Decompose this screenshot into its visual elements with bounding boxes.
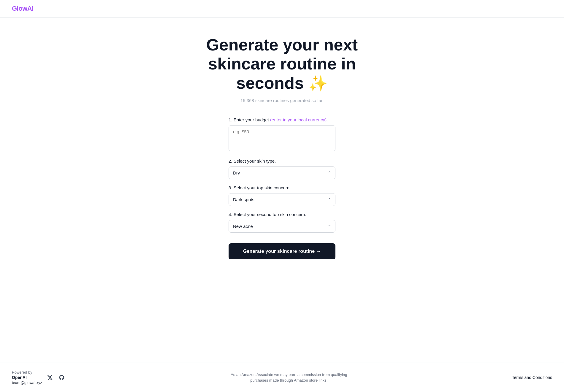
generate-button[interactable]: Generate your skincare routine → [229,243,335,259]
sparkle-emoji: ✨ [308,75,328,92]
skin-type-select[interactable]: Dry Oily Combination Normal Sensitive [229,166,335,179]
second-concern-wrapper: New acne Dark spots Wrinkles Redness Dry… [229,220,335,233]
budget-input[interactable] [229,125,335,151]
logo[interactable]: GlowAI [12,5,552,12]
email-label[interactable]: team@glowai.xyz [12,380,42,385]
budget-label: 1. Enter your budget (enter in your loca… [229,117,335,122]
second-concern-select[interactable]: New acne Dark spots Wrinkles Redness Dry… [229,220,335,233]
top-concern-wrapper: Dark spots Acne Wrinkles Redness Dryness… [229,193,335,206]
top-concern-select[interactable]: Dark spots Acne Wrinkles Redness Dryness… [229,193,335,206]
skin-type-wrapper: Dry Oily Combination Normal Sensitive ⌃ [229,166,335,179]
footer: Powered by OpenAI team@glowai.xyz As an … [0,363,564,392]
affiliate-disclaimer: As an Amazon Associate we may earn a com… [229,372,348,383]
openai-label: OpenAI [12,375,27,380]
top-concern-label: 3. Select your top skin concern. [229,185,335,190]
skin-type-label: 2. Select your skin type. [229,158,335,164]
github-icon[interactable] [58,373,66,382]
main-content: Generate your next skincare routine in s… [0,18,564,363]
second-concern-label: 4. Select your second top skin concern. [229,212,335,217]
budget-section: 1. Enter your budget (enter in your loca… [229,117,335,153]
powered-by-label: Powered by [12,370,32,374]
header: GlowAI [0,0,564,18]
footer-icons [46,373,66,382]
subtitle: 15,368 skincare routines generated so fa… [240,98,324,103]
top-concern-section: 3. Select your top skin concern. Dark sp… [229,185,335,206]
hero-title: Generate your next skincare routine in s… [206,35,358,93]
footer-left: Powered by OpenAI team@glowai.xyz [12,370,42,385]
skin-type-section: 2. Select your skin type. Dry Oily Combi… [229,158,335,179]
second-concern-section: 4. Select your second top skin concern. … [229,212,335,233]
terms-link[interactable]: Terms and Conditions [512,375,552,380]
twitter-icon[interactable] [46,373,54,382]
form-container: 1. Enter your budget (enter in your loca… [229,117,335,259]
